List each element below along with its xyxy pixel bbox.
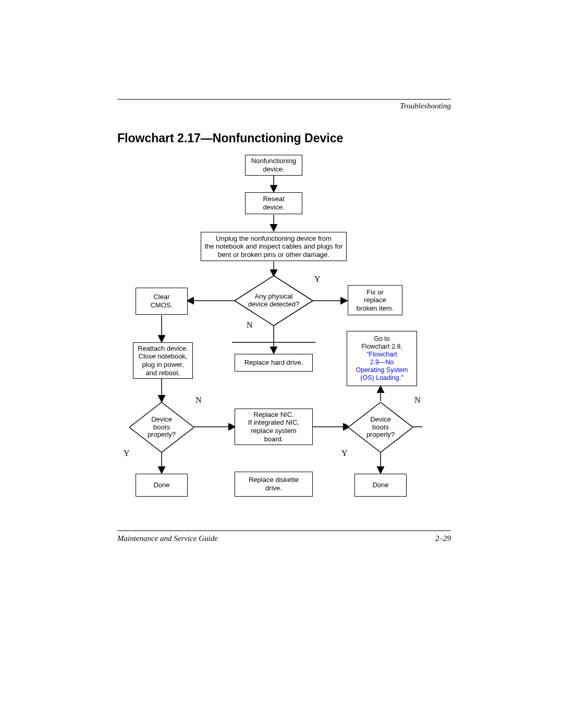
flowchart-canvas: Nonfunctioning device. Reseat device. Un… bbox=[117, 155, 451, 546]
text: properly? bbox=[366, 431, 395, 439]
text: Done bbox=[372, 481, 388, 489]
text: Device bbox=[370, 416, 391, 424]
text: Unplug the nonfunctioning device from bbox=[216, 235, 332, 243]
node-detect-decision: Any physical device detected? bbox=[235, 276, 313, 326]
text: Clear bbox=[153, 293, 169, 301]
label-n: N bbox=[414, 396, 421, 405]
text: Replace NIC. bbox=[253, 411, 293, 419]
page-title: Flowchart 2.17—Nonfunctioning Device bbox=[117, 131, 451, 145]
link-flowchart-29[interactable]: 2.9—No bbox=[370, 359, 394, 366]
label-y: Y bbox=[341, 449, 348, 458]
text: CMOS. bbox=[151, 301, 173, 310]
node-reattach: Reattach device. Close notebook, plug in… bbox=[133, 342, 193, 379]
text: drive. bbox=[265, 484, 282, 492]
node-start: Nonfunctioning device. bbox=[245, 155, 302, 176]
text: board. bbox=[264, 435, 284, 443]
node-done-left: Done bbox=[136, 474, 188, 497]
text: Any physical bbox=[255, 293, 293, 301]
text: Go to bbox=[374, 335, 390, 343]
node-replace-nic: Replace NIC. If integrated NIC, replace … bbox=[235, 409, 313, 445]
text: bent or broken pins or other damage. bbox=[218, 251, 329, 259]
text: boots bbox=[153, 424, 170, 431]
text: device detected? bbox=[248, 301, 299, 309]
footer-right: 2–29 bbox=[435, 534, 451, 543]
node-done-right: Done bbox=[354, 474, 407, 497]
text: Nonfunctioning bbox=[251, 157, 297, 165]
text: the notebook and inspect cables and plug… bbox=[204, 242, 342, 251]
text: plug in power, bbox=[142, 361, 183, 369]
text: Reseat bbox=[263, 195, 284, 203]
node-goto-flowchart: Go to Flowchart 2.9, "Flowchart 2.9—No O… bbox=[347, 331, 417, 386]
link-flowchart-29[interactable]: Operating System bbox=[356, 366, 408, 374]
header-rule bbox=[117, 99, 451, 100]
text: replace bbox=[364, 296, 386, 304]
node-boots-left-decision: Device boots properly? bbox=[129, 402, 194, 452]
node-reseat: Reseat device. bbox=[245, 192, 302, 214]
text: replace system bbox=[251, 427, 296, 435]
node-replace-hd: Replace hard drive. bbox=[235, 354, 313, 372]
text: properly? bbox=[148, 431, 176, 439]
section-label: Troubleshooting bbox=[117, 102, 451, 110]
text: device. bbox=[263, 203, 284, 212]
link-flowchart-29[interactable]: (OS) Loading." bbox=[360, 374, 403, 382]
label-y: Y bbox=[314, 275, 321, 284]
text: Flowchart 2.9, bbox=[361, 343, 402, 351]
text: Fix or bbox=[366, 288, 384, 297]
text: broken item. bbox=[357, 304, 394, 313]
text: Close notebook, bbox=[139, 352, 188, 361]
text: boots bbox=[372, 424, 389, 431]
text: Replace hard drive. bbox=[244, 359, 303, 367]
node-unplug: Unplug the nonfunctioning device from th… bbox=[201, 232, 347, 261]
node-fix-replace: Fix or replace broken item. bbox=[348, 285, 402, 315]
text: Reattach device. bbox=[138, 344, 188, 353]
text: Replace diskette bbox=[249, 476, 299, 484]
node-boots-right-decision: Device boots properly? bbox=[348, 402, 413, 452]
text: If integrated NIC, bbox=[248, 418, 299, 427]
footer-rule bbox=[117, 530, 451, 531]
node-replace-diskette: Replace diskette drive. bbox=[235, 472, 313, 497]
label-y: Y bbox=[124, 449, 130, 458]
text: device. bbox=[263, 165, 284, 174]
text: Device bbox=[151, 416, 172, 424]
node-clear-cmos: Clear CMOS. bbox=[136, 288, 188, 315]
link-flowchart-29[interactable]: "Flowchart bbox=[366, 351, 397, 359]
text: and reboot. bbox=[146, 369, 180, 377]
page-footer: Maintenance and Service Guide 2–29 bbox=[117, 530, 451, 543]
label-n: N bbox=[195, 396, 202, 405]
text: Done bbox=[153, 481, 169, 489]
footer-left: Maintenance and Service Guide bbox=[117, 534, 218, 543]
label-n: N bbox=[247, 320, 253, 330]
